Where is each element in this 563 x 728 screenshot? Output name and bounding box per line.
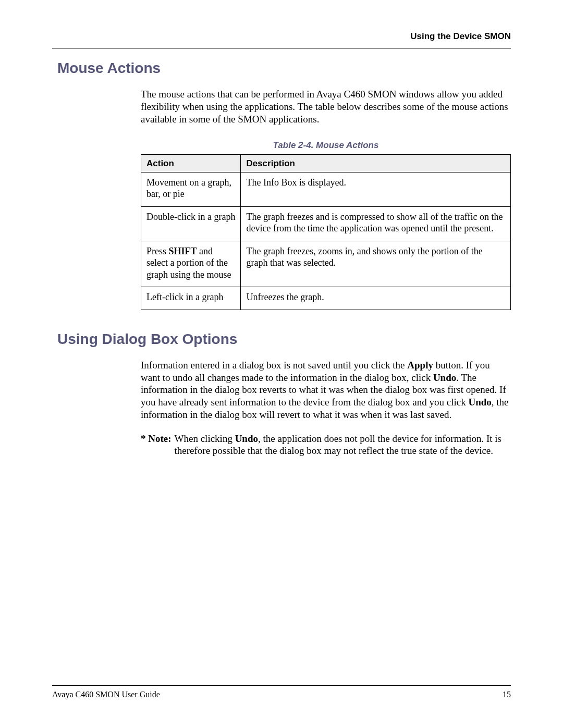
mouse-actions-table: Action Description Movement on a graph, … <box>141 154 511 310</box>
footer-rule <box>52 685 511 686</box>
footer-row: Avaya C460 SMON User Guide 15 <box>52 690 511 699</box>
text-bold-undo: Undo <box>235 433 258 444</box>
footer-doc-title: Avaya C460 SMON User Guide <box>52 690 160 699</box>
section1-intro: The mouse actions that can be performed … <box>141 88 511 125</box>
table-row: Left-click in a graph Unfreezes the grap… <box>141 287 511 310</box>
running-head: Using the Device SMON <box>52 31 511 42</box>
table-cell-action: Left-click in a graph <box>141 287 241 310</box>
header-rule <box>52 48 511 48</box>
footer-page-number: 15 <box>503 690 511 699</box>
text-bold-undo: Undo <box>468 397 491 408</box>
table-cell-action: Movement on a graph, bar, or pie <box>141 172 241 206</box>
table-header-row: Action Description <box>141 154 511 172</box>
section2-paragraph: Information entered in a dialog box is n… <box>141 359 511 421</box>
text-run: When clicking <box>175 433 235 444</box>
content-area: Mouse Actions The mouse actions that can… <box>52 60 511 457</box>
table-cell-description: The Info Box is displayed. <box>241 172 511 206</box>
text-bold-apply: Apply <box>407 360 433 371</box>
page-footer: Avaya C460 SMON User Guide 15 <box>52 685 511 699</box>
text-bold-undo: Undo <box>433 372 456 383</box>
note-block: * Note: When clicking Undo, the applicat… <box>141 433 511 458</box>
table-row: Double-click in a graph The graph freeze… <box>141 206 511 241</box>
table-cell-action: Double-click in a graph <box>141 206 241 241</box>
table-cell-description: The graph freezes, zooms in, and shows o… <box>241 241 511 287</box>
note-body: When clicking Undo, the application does… <box>175 433 511 458</box>
table-header-description: Description <box>241 154 511 172</box>
text-bold: SHIFT <box>169 246 197 256</box>
section-heading-dialog-options: Using Dialog Box Options <box>57 331 511 348</box>
table-header-action: Action <box>141 154 241 172</box>
table-row: Press SHIFT and select a portion of the … <box>141 241 511 287</box>
text-run: Press <box>146 246 169 256</box>
note-label: * Note: <box>141 433 175 458</box>
section-heading-mouse-actions: Mouse Actions <box>57 60 511 77</box>
table-cell-action: Press SHIFT and select a portion of the … <box>141 241 241 287</box>
table-caption: Table 2-4. Mouse Actions <box>141 140 511 151</box>
section2-body: Information entered in a dialog box is n… <box>141 359 511 457</box>
table-cell-description: Unfreezes the graph. <box>241 287 511 310</box>
table-cell-description: The graph freezes and is compressed to s… <box>241 206 511 241</box>
text-run: Information entered in a dialog box is n… <box>141 360 407 371</box>
table-row: Movement on a graph, bar, or pie The Inf… <box>141 172 511 206</box>
page: Using the Device SMON Mouse Actions The … <box>0 0 563 728</box>
section1-body: The mouse actions that can be performed … <box>141 88 511 310</box>
section2: Using Dialog Box Options Information ent… <box>57 331 511 457</box>
